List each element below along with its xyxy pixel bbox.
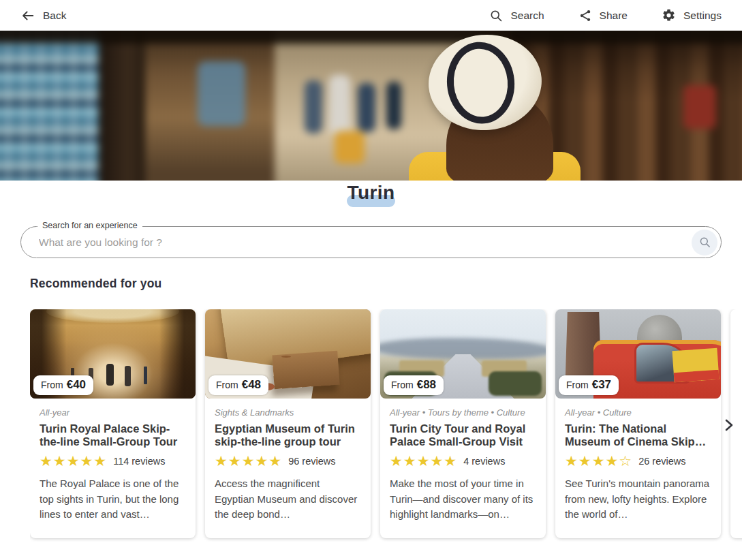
- hat-band: [444, 39, 519, 127]
- yellow-chair-decoration: [335, 131, 365, 164]
- price-from-label: From: [566, 379, 589, 390]
- card-image-egyptian-museum: From €48: [205, 309, 371, 399]
- back-button[interactable]: Back: [20, 8, 66, 23]
- card-body: Sights & Landmarks Egyptian Museum of Tu…: [205, 399, 371, 533]
- review-count: 4 reviews: [463, 456, 505, 467]
- search-input[interactable]: [21, 236, 692, 249]
- experience-card[interactable]: From €88 All-year • Tours by theme • Cul…: [380, 309, 546, 538]
- section-heading: Recommended for you: [30, 277, 742, 291]
- card-body: All-year • Culture Turin: The National M…: [555, 399, 721, 533]
- experience-search-field[interactable]: Search for an experience: [20, 226, 722, 258]
- card-body: All-year Turin Royal Palace Skip-the-lin…: [30, 399, 196, 533]
- price-from-label: From: [391, 379, 414, 390]
- card-title: Turin City Tour and Royal Palace Small-G…: [390, 422, 536, 448]
- experience-card[interactable]: From €37 All-year • Culture Turin: The N…: [555, 309, 721, 538]
- illustration-hedge-right: [489, 371, 542, 396]
- settings-label: Settings: [683, 10, 722, 22]
- rating-row: ★★★★★ 96 reviews: [215, 454, 361, 468]
- top-bar: Back Search Share Settings: [0, 0, 742, 31]
- rating-row: ★★★★★ 114 reviews: [40, 454, 186, 468]
- card-description: Access the magnificent Egyptian Museum a…: [215, 476, 361, 523]
- star-rating-icon: ★★★★★: [40, 454, 107, 468]
- illustration-visitors: [106, 364, 114, 386]
- content-panel: Turin Search for an experience Recommend…: [0, 182, 742, 560]
- cards-track: From €40 All-year Turin Royal Palace Ski…: [30, 309, 742, 545]
- search-submit-button[interactable]: [692, 230, 717, 255]
- rating-row: ★★★★★ 4 reviews: [390, 454, 536, 468]
- traveler-figure: [399, 31, 596, 181]
- card-category: All-year • Tours by theme • Culture: [390, 407, 536, 418]
- card-category: All-year: [40, 407, 186, 418]
- pedestrian-silhouette: [305, 80, 322, 134]
- price-from-label: From: [216, 379, 238, 390]
- poster-decoration: [198, 61, 245, 126]
- rating-row: ★★★★☆ 26 reviews: [565, 454, 711, 468]
- chevron-right-icon: [725, 419, 733, 431]
- card-image-gardens: From €88: [380, 309, 546, 399]
- star-rating-icon: ★★★★★: [215, 454, 282, 468]
- experience-card[interactable]: From €48 Sights & Landmarks Egyptian Mus…: [205, 309, 371, 538]
- share-label: Share: [600, 10, 628, 22]
- price-badge: From €40: [33, 375, 93, 395]
- arrow-left-icon: [20, 8, 35, 23]
- star-rating-icon: ★★★★☆: [565, 454, 632, 468]
- back-label: Back: [43, 10, 66, 22]
- page-title-wrap: Turin: [345, 182, 398, 204]
- share-icon: [578, 9, 592, 22]
- hero-background: [0, 31, 742, 181]
- illustration-wooden-box: [272, 351, 339, 390]
- price-badge: From €88: [384, 375, 444, 395]
- red-goods-decoration: [683, 85, 716, 129]
- price-value: €48: [242, 378, 261, 392]
- card-category: Sights & Landmarks: [215, 407, 361, 418]
- pedestrian-silhouette: [329, 75, 350, 135]
- card-title: Egyptian Museum of Turin skip-the-line g…: [215, 422, 361, 448]
- share-button[interactable]: Share: [578, 9, 628, 22]
- card-body: All-year • Tours by theme • Culture Turi…: [380, 399, 546, 533]
- hero-image: [0, 31, 742, 181]
- experience-card[interactable]: From €40 All-year Turin Royal Palace Ski…: [30, 309, 196, 538]
- postcard-wall-decoration: [0, 31, 102, 181]
- price-value: €40: [67, 378, 86, 392]
- search-field-label: Search for an experience: [37, 221, 142, 230]
- awning-decoration: [0, 31, 742, 44]
- carousel-next-button[interactable]: [720, 416, 738, 434]
- star-rating-icon: ★★★★★: [390, 454, 457, 468]
- cards-carousel: From €40 All-year Turin Royal Palace Ski…: [0, 309, 742, 548]
- price-badge: From €37: [559, 375, 619, 395]
- price-value: €37: [592, 378, 611, 392]
- gear-icon: [662, 8, 676, 22]
- review-count: 96 reviews: [288, 456, 335, 467]
- card-category: All-year • Culture: [565, 407, 711, 418]
- card-title: Turin Royal Palace Skip-the-line Small-G…: [40, 422, 186, 448]
- price-from-label: From: [41, 379, 63, 390]
- card-description: Make the most of your time in Turin—and …: [390, 476, 536, 523]
- pedestrian-silhouette: [358, 83, 375, 132]
- search-menu-label: Search: [510, 10, 544, 22]
- search-icon: [489, 9, 503, 22]
- card-title: Turin: The National Museum of Cinema Ski…: [565, 422, 711, 448]
- review-count: 114 reviews: [113, 456, 165, 467]
- illustration-bus-banner: [672, 348, 719, 382]
- stall-frame-decoration: [99, 31, 148, 181]
- card-image-royal-palace: From €40: [30, 309, 196, 399]
- card-image-cinema-museum: From €37: [555, 309, 721, 399]
- settings-button[interactable]: Settings: [662, 8, 722, 22]
- magnifier-icon: [698, 236, 711, 249]
- card-description: See Turin's mountain panorama from new, …: [565, 476, 711, 523]
- top-bar-actions: Search Share Settings: [489, 8, 722, 22]
- search-menu-button[interactable]: Search: [489, 9, 544, 22]
- page-title: Turin: [345, 182, 398, 204]
- review-count: 26 reviews: [638, 456, 685, 467]
- card-description: The Royal Palace is one of the top sight…: [40, 476, 186, 523]
- price-value: €88: [417, 378, 436, 392]
- price-badge: From €48: [208, 375, 268, 395]
